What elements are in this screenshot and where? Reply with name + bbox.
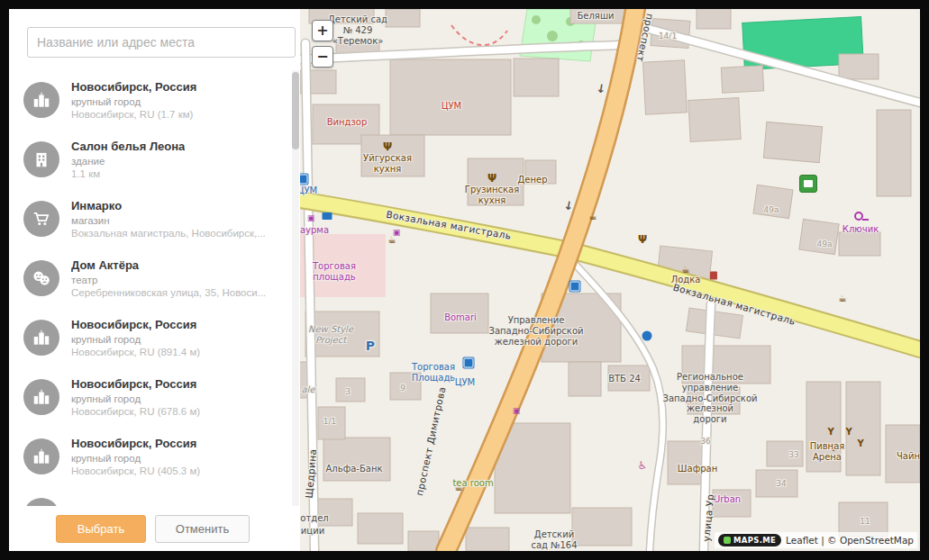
search-result-row[interactable]: Новосибирск, Россия крупный город Новоси… — [9, 70, 300, 130]
city-icon — [23, 320, 59, 356]
search-input[interactable] — [27, 27, 296, 58]
search-result-row[interactable]: Дом Актёра театр Серебренниковская улица… — [9, 248, 300, 308]
city-icon — [23, 379, 59, 415]
result-title: Новосибирск, Россия — [71, 80, 196, 94]
map-attribution: MAPS.ME Leaflet | © OpenStreetMap — [715, 532, 917, 548]
result-subtitle: крупный город — [71, 96, 196, 107]
cart-icon — [23, 201, 59, 237]
search-result-row[interactable]: Салон белья Леона здание 1.1 км — [9, 130, 300, 189]
result-subtitle: крупный город — [71, 453, 200, 464]
mapsme-logo-icon — [724, 537, 731, 544]
result-title: Новосибирск, Россия — [71, 437, 200, 450]
map-pane[interactable]: ΨΨΨ☕☕☕☕☕▣▣♿▣YYYY↑↑Детский сад № 429 «Тер… — [300, 9, 920, 551]
theater-icon — [23, 260, 59, 296]
result-subtitle: крупный город — [71, 334, 200, 345]
scrollbar-track[interactable] — [292, 70, 299, 506]
building-icon — [23, 141, 59, 177]
result-address: Новосибирск, RU (1.7 км) — [71, 109, 196, 120]
result-title: Инмарко — [71, 199, 266, 212]
mapsme-brand: MAPS.ME — [733, 536, 776, 545]
search-result-row[interactable]: Новосибирск, Россия крупный город Новоси… — [9, 427, 300, 486]
result-address: Серебренниковская улица, 35, Новоси... — [71, 287, 266, 298]
result-subtitle: крупный город — [71, 393, 200, 404]
attribution-text[interactable]: Leaflet | © OpenStreetMap — [786, 535, 914, 546]
result-title: Дом Актёра — [71, 258, 266, 272]
scrollbar-thumb[interactable] — [292, 72, 299, 149]
result-address: Новосибирск, RU (678.6 м) — [71, 406, 200, 417]
result-subtitle: театр — [71, 275, 266, 285]
result-address: 1.1 км — [71, 168, 185, 179]
map-canvas[interactable] — [300, 9, 920, 551]
search-result-row[interactable]: Новосибирск — [9, 486, 300, 506]
results-list: Новосибирск, Россия крупный город Новоси… — [9, 70, 300, 506]
search-result-row[interactable]: Новосибирск, Россия крупный город Новоси… — [9, 308, 300, 367]
search-result-row[interactable]: Новосибирск, Россия крупный город Новоси… — [9, 367, 300, 427]
result-title: Салон белья Леона — [71, 140, 185, 153]
result-subtitle: здание — [71, 156, 185, 167]
city-icon — [23, 498, 59, 506]
city-icon — [23, 438, 59, 474]
select-button[interactable]: Выбрать — [56, 515, 146, 543]
zoom-in-button[interactable]: + — [312, 20, 333, 41]
search-result-row[interactable]: Инмарко магазин Вокзальная магистраль, Н… — [9, 189, 300, 248]
result-address: Вокзальная магистраль, Новосибирск,... — [71, 228, 266, 239]
result-title: Новосибирск, Россия — [71, 377, 200, 391]
zoom-controls: + − — [312, 20, 333, 72]
app-frame: Новосибирск, Россия крупный город Новоси… — [0, 0, 929, 560]
place-picker-window: Новосибирск, Россия крупный город Новоси… — [9, 9, 920, 551]
zoom-out-button[interactable]: − — [312, 46, 333, 68]
search-sidebar: Новосибирск, Россия крупный город Новоси… — [9, 9, 300, 551]
city-icon — [23, 82, 59, 118]
result-address: Новосибирск, RU (405.3 м) — [71, 465, 200, 476]
sidebar-footer: Выбрать Отменить — [9, 506, 300, 551]
result-title: Новосибирск, Россия — [71, 318, 200, 331]
mapsme-badge[interactable]: MAPS.ME — [718, 534, 781, 546]
result-subtitle: магазин — [71, 215, 266, 226]
cancel-button[interactable]: Отменить — [155, 515, 250, 543]
result-address: Новосибирск, RU (891.4 м) — [71, 347, 200, 357]
